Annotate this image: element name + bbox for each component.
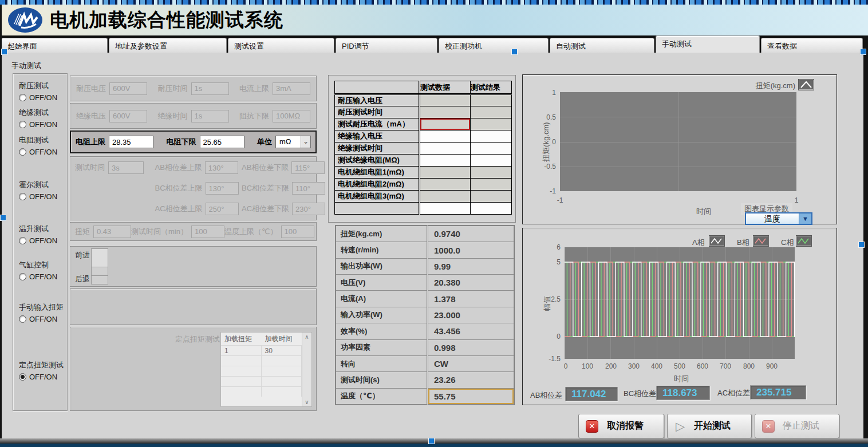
temp-rise-panel: 扭矩 测试时间（min） 温度上限（℃） <box>70 222 317 241</box>
fixed-torque-table[interactable]: 加载扭矩 加载时间 1 30 ∧ ∨ <box>220 332 312 407</box>
tab-test-settings[interactable]: 测试设置 <box>228 38 334 53</box>
radio-off-icon[interactable] <box>19 273 26 280</box>
current-limit-field[interactable] <box>273 82 310 95</box>
tab-pid[interactable]: PID调节 <box>336 38 437 53</box>
tab-calibrate-dyno[interactable]: 校正测功机 <box>439 38 549 53</box>
stop-test-button[interactable]: ✕ 停止测试 <box>755 414 839 438</box>
scroll-up-icon[interactable]: ∧ <box>302 333 311 341</box>
torque-plot-area[interactable] <box>560 92 796 191</box>
bc-phase-upper-field[interactable] <box>206 182 239 195</box>
radio-on-icon[interactable] <box>19 373 26 381</box>
selection-handle <box>860 49 866 55</box>
selection-handle <box>1 49 7 55</box>
unit-select[interactable]: mΩ ⌄ <box>275 136 311 148</box>
dropdown-arrow-icon[interactable]: ▼ <box>799 213 811 224</box>
table-scrollbar[interactable]: ∧ ∨ <box>302 333 311 406</box>
test-data-table: 测试数据测试结果 耐压输入电压 耐压测试时间 测试耐压电流（mA） 绝缘输入电压… <box>334 81 512 215</box>
radio-off-icon[interactable] <box>19 121 26 128</box>
radio-off-icon[interactable] <box>19 315 26 323</box>
torque-series-icon[interactable] <box>799 80 814 90</box>
y-axis-label: 幅值 <box>542 296 553 311</box>
phase-chart-panel: A相 B相 C相 6 5 2.5 0 -1.5 幅值 0 100 200 300… <box>522 228 837 405</box>
alert-cell <box>420 118 471 130</box>
y-axis-label: 扭矩(kg.cm) <box>541 122 551 161</box>
result-row: 扭矩(kg.cm)0.9740 <box>336 226 514 242</box>
toggle-hall-test: 霍尔测试 OFF/ON <box>19 180 57 201</box>
ac-phase-value: 235.715 <box>750 385 806 399</box>
slider-handle[interactable] <box>91 248 108 267</box>
cylinder-slider[interactable] <box>91 248 108 284</box>
legend-label: A相 <box>692 238 705 248</box>
table-row <box>221 366 302 376</box>
toggle-temp-rise-test: 温升测试 OFF/ON <box>19 224 57 245</box>
result-row: 输出功率(W)9.99 <box>336 258 514 274</box>
resistance-lower-field[interactable] <box>200 136 244 148</box>
table-row <box>221 376 302 386</box>
radio-off-icon[interactable] <box>19 94 26 101</box>
resistance-upper-field[interactable] <box>109 136 153 148</box>
table-row <box>221 355 302 366</box>
selection-handle <box>511 49 518 55</box>
tab-start-screen[interactable]: 起始界面 <box>1 38 108 53</box>
selection-handle <box>858 242 865 248</box>
ab-phase-lower-field[interactable] <box>291 161 325 174</box>
table-row <box>221 386 302 397</box>
cancel-alarm-button[interactable]: ✕ 取消报警 <box>578 414 664 438</box>
window-left-border <box>0 5 2 447</box>
tab-address-params[interactable]: 地址及参数设置 <box>109 38 227 53</box>
radio-off-icon[interactable] <box>19 193 26 200</box>
bc-phase-value: 118.673 <box>656 386 710 400</box>
result-row: 电压(V)20.380 <box>336 275 514 291</box>
tab-manual-test[interactable]: 手动测试 <box>656 35 760 53</box>
phase-a-series-icon[interactable] <box>709 236 724 246</box>
table-row: 电机绕组电阻2(mΩ) <box>335 179 512 191</box>
fixed-torque-panel: 定点扭矩测试 加载扭矩 加载时间 1 30 ∧ ∨ <box>70 327 317 411</box>
test-data-table-panel: 测试数据测试结果 耐压输入电压 耐压测试时间 测试耐压电流（mA） 绝缘输入电压… <box>328 75 516 223</box>
insulation-panel: 绝缘电压 绝缘时间 阻抗下限 <box>70 103 317 129</box>
column-header: 测试数据 <box>420 81 471 94</box>
tab-bar: 起始界面 地址及参数设置 测试设置 PID调节 校正测功机 自动测试 手动测试 … <box>0 35 868 53</box>
phase-plot-area[interactable] <box>565 247 795 359</box>
withstand-time-field[interactable] <box>191 82 229 95</box>
ab-phase-value: 117.042 <box>565 387 618 401</box>
impedance-limit-field[interactable] <box>273 110 310 122</box>
insulation-time-field[interactable] <box>191 110 229 122</box>
scroll-down-icon[interactable]: ∨ <box>302 398 311 406</box>
radio-off-icon[interactable] <box>19 237 26 244</box>
bc-phase-lower-field[interactable] <box>292 182 325 195</box>
manual-torque-panel <box>70 288 317 325</box>
start-test-button[interactable]: ▷ 开始测试 <box>667 414 752 438</box>
withstand-voltage-panel: 耐压电压 耐压时间 电流上限 <box>70 76 317 101</box>
phase-c-series-icon[interactable] <box>796 236 811 246</box>
radio-off-icon[interactable] <box>19 148 26 156</box>
window-top-border <box>0 0 868 5</box>
ac-phase-label: AC相位差 <box>717 388 750 398</box>
result-row: 电流(A)1.378 <box>336 291 514 307</box>
chevron-down-icon[interactable]: ⌄ <box>301 136 310 148</box>
withstand-voltage-field[interactable] <box>109 82 147 95</box>
ab-phase-upper-field[interactable] <box>205 161 238 174</box>
column-header: 测试结果 <box>471 81 512 94</box>
insulation-voltage-field[interactable] <box>109 110 147 122</box>
column-header: 加载扭矩 <box>221 333 262 345</box>
temp-limit-field[interactable] <box>281 226 314 238</box>
result-row: 测试时间(s)23.26 <box>336 372 514 388</box>
stop-x-icon: ✕ <box>762 420 775 433</box>
phase-b-series-icon[interactable] <box>753 236 768 246</box>
test-time-min-field[interactable] <box>191 226 224 238</box>
page-title: 手动测试 <box>11 61 41 71</box>
column-header: 加载时间 <box>262 333 302 345</box>
toggle-cylinder-control: 气缸控制 OFF/ON <box>19 260 57 281</box>
hall-test-time-field[interactable] <box>108 161 144 174</box>
result-row: 输入功率(W)23.000 <box>336 307 514 323</box>
table-row: 绝缘测试时间 <box>335 143 512 155</box>
tab-view-data[interactable]: 查看数据 <box>761 38 863 53</box>
toggle-withstand-test: 耐压测试 OFF/ON <box>19 81 57 102</box>
ac-phase-lower-field[interactable] <box>292 203 325 215</box>
tab-auto-test[interactable]: 自动测试 <box>550 38 654 53</box>
torque-field[interactable] <box>93 226 131 238</box>
table-row: 耐压测试时间 <box>335 106 512 118</box>
ac-phase-upper-field[interactable] <box>206 203 239 215</box>
chart-display-select[interactable]: 温度 ▼ <box>745 212 812 225</box>
legend-label: B相 <box>737 238 749 248</box>
